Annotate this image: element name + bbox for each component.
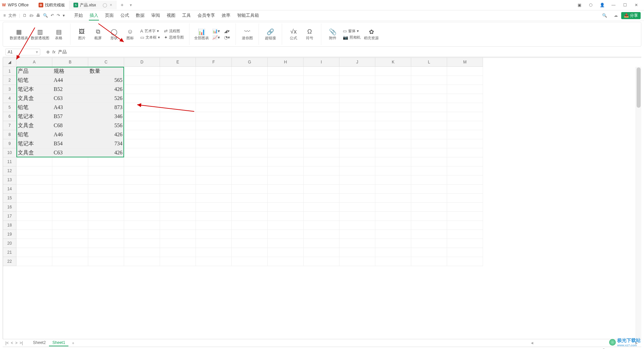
cell[interactable] (339, 176, 375, 185)
cell[interactable] (160, 221, 196, 230)
cell[interactable] (124, 248, 160, 257)
col-header[interactable]: J (339, 58, 375, 67)
cell[interactable] (196, 212, 232, 221)
cell[interactable] (196, 248, 232, 257)
cell[interactable] (411, 130, 447, 139)
cell[interactable]: 铅笔 (16, 130, 52, 139)
cell[interactable] (375, 239, 411, 248)
cell[interactable] (304, 121, 339, 130)
cell[interactable] (124, 157, 160, 166)
cell[interactable]: A44 (52, 76, 88, 85)
cell[interactable] (447, 166, 483, 176)
menu-item-7[interactable]: 工具 (179, 11, 194, 20)
cell[interactable] (339, 94, 375, 103)
cell[interactable] (304, 67, 339, 76)
cell[interactable] (196, 185, 232, 194)
print-icon[interactable]: 🖶 (36, 13, 40, 18)
cell[interactable] (52, 221, 88, 230)
cell[interactable] (339, 76, 375, 85)
hscroll-right-icon[interactable]: ► (635, 341, 639, 345)
cell[interactable] (339, 221, 375, 230)
cell[interactable] (447, 67, 483, 76)
cell[interactable] (16, 221, 52, 230)
menu-item-2[interactable]: 页面 (102, 11, 117, 20)
col-header[interactable]: I (304, 58, 339, 67)
cell[interactable]: 铅笔 (16, 76, 52, 85)
cell[interactable] (304, 257, 339, 266)
cell[interactable] (232, 248, 268, 257)
cell[interactable] (232, 76, 268, 85)
sheet-prev-icon[interactable]: < (11, 341, 13, 345)
cell[interactable] (160, 130, 196, 139)
new-icon[interactable]: 🗋 (23, 13, 27, 18)
cell[interactable] (196, 239, 232, 248)
row-header[interactable]: 5 (3, 103, 16, 112)
cell[interactable] (232, 194, 268, 203)
cell[interactable] (375, 85, 411, 94)
cell[interactable] (88, 230, 124, 239)
col-header[interactable]: F (196, 58, 232, 67)
cell[interactable] (52, 176, 88, 185)
cell[interactable] (88, 203, 124, 212)
cell[interactable] (160, 212, 196, 221)
cell[interactable]: 556 (88, 121, 124, 130)
col-header[interactable]: K (375, 58, 411, 67)
tab-options-icon[interactable]: ◯ (103, 3, 107, 7)
cell[interactable]: 346 (88, 112, 124, 121)
row-header[interactable]: 20 (3, 239, 16, 248)
cell[interactable]: 笔记本 (16, 85, 52, 94)
cell[interactable] (124, 94, 160, 103)
cell[interactable] (339, 121, 375, 130)
cell[interactable] (268, 94, 304, 103)
cell[interactable] (447, 112, 483, 121)
cell[interactable] (232, 212, 268, 221)
cell[interactable] (268, 139, 304, 148)
menu-item-1[interactable]: 插入 (86, 11, 102, 20)
cell[interactable] (447, 257, 483, 266)
cell[interactable]: 426 (88, 130, 124, 139)
cell[interactable] (268, 103, 304, 112)
cell[interactable] (88, 194, 124, 203)
cell[interactable] (411, 230, 447, 239)
cell[interactable] (304, 203, 339, 212)
cell[interactable] (304, 230, 339, 239)
zoom-icon[interactable]: ⊕ (46, 50, 50, 54)
cell[interactable] (196, 148, 232, 157)
maximize-button[interactable]: ☐ (619, 0, 631, 10)
cell[interactable] (232, 230, 268, 239)
col-header[interactable]: G (232, 58, 268, 67)
cell[interactable] (124, 121, 160, 130)
col-header[interactable]: C (88, 58, 124, 67)
cell[interactable] (16, 166, 52, 176)
cell[interactable] (196, 157, 232, 166)
cell[interactable] (88, 248, 124, 257)
cell[interactable] (375, 248, 411, 257)
cell[interactable] (16, 185, 52, 194)
cell[interactable] (160, 112, 196, 121)
cell[interactable] (268, 194, 304, 203)
cell[interactable] (232, 176, 268, 185)
cell[interactable] (160, 230, 196, 239)
cell[interactable] (196, 230, 232, 239)
flowchart-button[interactable]: ⇄流程图 (164, 29, 184, 34)
cell[interactable] (160, 203, 196, 212)
fx-icon[interactable]: fx (52, 50, 55, 54)
cell[interactable] (196, 85, 232, 94)
cell[interactable] (268, 257, 304, 266)
cell[interactable] (268, 112, 304, 121)
cell[interactable] (447, 103, 483, 112)
row-header[interactable]: 17 (3, 212, 16, 221)
cell[interactable] (411, 257, 447, 266)
cell[interactable] (447, 157, 483, 166)
cell[interactable] (304, 148, 339, 157)
cell[interactable] (447, 194, 483, 203)
cell[interactable] (196, 166, 232, 176)
close-button[interactable]: ✕ (631, 0, 642, 10)
camera-button[interactable]: 📷照相机 (343, 35, 361, 40)
cell[interactable] (304, 139, 339, 148)
cell[interactable]: B57 (52, 112, 88, 121)
tab-menu-icon[interactable]: ▾ (128, 3, 134, 7)
cell[interactable]: C63 (52, 94, 88, 103)
cell[interactable] (411, 185, 447, 194)
row-header[interactable]: 9 (3, 139, 16, 148)
